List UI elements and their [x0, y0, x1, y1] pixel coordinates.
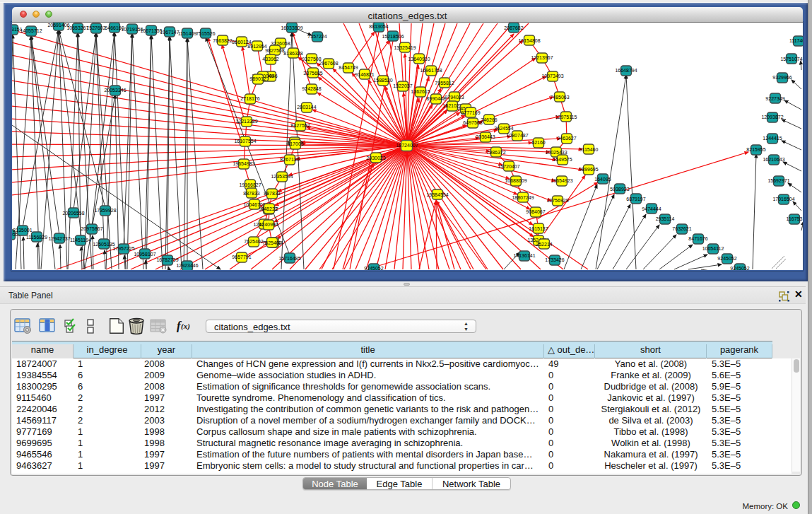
- svg-text:9463627: 9463627: [557, 136, 576, 141]
- svg-text:2718176: 2718176: [240, 96, 259, 101]
- svg-text:9227349: 9227349: [765, 96, 784, 101]
- svg-text:12975115: 12975115: [555, 115, 577, 119]
- svg-text:8471676: 8471676: [688, 236, 707, 241]
- svg-text:19166827: 19166827: [239, 182, 261, 187]
- svg-text:1117405: 1117405: [789, 38, 803, 43]
- svg-text:7986372: 7986372: [486, 150, 505, 155]
- svg-text:7485063: 7485063: [550, 95, 569, 100]
- svg-text:9794023: 9794023: [445, 95, 464, 100]
- svg-text:10654112: 10654112: [702, 246, 724, 251]
- svg-text:7357224: 7357224: [307, 34, 326, 39]
- svg-text:2930023: 2930023: [366, 156, 385, 160]
- svg-text:9245052: 9245052: [730, 266, 749, 270]
- svg-text:10958107: 10958107: [134, 252, 155, 257]
- svg-text:17016504: 17016504: [772, 197, 794, 201]
- svg-text:9245052: 9245052: [364, 266, 383, 270]
- svg-text:9115460: 9115460: [579, 147, 599, 152]
- svg-text:8186328: 8186328: [283, 51, 302, 56]
- svg-text:1549575: 1549575: [553, 157, 572, 162]
- svg-text:9657791: 9657791: [232, 255, 251, 259]
- svg-text:6497568: 6497568: [463, 120, 482, 125]
- svg-text:16648794: 16648794: [615, 68, 637, 73]
- svg-text:8454749: 8454749: [339, 65, 358, 70]
- svg-text:1322037: 1322037: [393, 83, 412, 88]
- svg-text:417006: 417006: [287, 141, 303, 146]
- svg-text:252214: 252214: [536, 242, 552, 247]
- svg-text:2967608: 2967608: [319, 61, 338, 66]
- svg-text:7625402: 7625402: [262, 240, 281, 245]
- svg-text:1588520: 1588520: [373, 78, 392, 83]
- svg-text:19654923: 19654923: [551, 178, 572, 183]
- svg-text:7625402: 7625402: [244, 239, 263, 244]
- svg-text:9329966: 9329966: [772, 75, 792, 80]
- svg-text:9084067: 9084067: [526, 209, 545, 214]
- svg-text:12213389: 12213389: [235, 119, 257, 124]
- svg-text:9146821: 9146821: [355, 72, 374, 77]
- svg-text:1527602: 1527602: [86, 25, 105, 30]
- svg-text:16033809: 16033809: [281, 25, 302, 30]
- svg-text:1362615: 1362615: [411, 89, 430, 94]
- svg-text:2935114: 2935114: [656, 216, 675, 221]
- svg-text:8267130: 8267130: [280, 157, 299, 162]
- svg-text:10653267: 10653267: [66, 25, 88, 30]
- svg-text:19384554: 19384554: [426, 192, 448, 197]
- svg-text:20206558: 20206558: [62, 211, 84, 216]
- svg-text:13640910: 13640910: [408, 57, 430, 62]
- svg-text:16671355: 16671355: [140, 28, 162, 33]
- svg-text:887833: 887833: [264, 191, 280, 196]
- svg-text:7663822: 7663822: [213, 38, 232, 43]
- svg-text:746266: 746266: [481, 117, 497, 122]
- svg-text:11156829: 11156829: [26, 235, 47, 240]
- svg-text:10807487: 10807487: [506, 133, 528, 138]
- svg-text:1244415: 1244415: [763, 136, 782, 141]
- svg-text:433962: 433962: [262, 57, 278, 62]
- svg-text:12505135: 12505135: [93, 242, 114, 247]
- svg-text:3624554: 3624554: [494, 126, 513, 131]
- svg-text:10025433: 10025433: [545, 150, 567, 155]
- svg-text:2803144: 2803144: [297, 105, 316, 110]
- svg-text:(x): (x): [181, 322, 190, 331]
- svg-text:62160: 62160: [531, 140, 546, 145]
- svg-text:14136141: 14136141: [513, 253, 535, 258]
- svg-text:12093872: 12093872: [761, 115, 783, 119]
- svg-text:17359928: 17359928: [94, 208, 116, 213]
- svg-text:8215955: 8215955: [746, 147, 765, 152]
- svg-text:16210643: 16210643: [763, 157, 784, 162]
- svg-text:15720407: 15720407: [498, 164, 519, 169]
- svg-text:1615137: 1615137: [529, 226, 548, 231]
- svg-text:948222: 948222: [261, 206, 277, 211]
- svg-text:1240994: 1240994: [259, 222, 278, 227]
- svg-text:164095: 164095: [594, 177, 611, 182]
- svg-text:10688609: 10688609: [505, 178, 526, 183]
- svg-text:116753: 116753: [787, 216, 803, 221]
- svg-text:2135001: 2135001: [13, 228, 32, 233]
- svg-text:7632621: 7632621: [672, 226, 691, 231]
- svg-text:989012: 989012: [249, 76, 266, 81]
- svg-text:8990448: 8990448: [426, 96, 445, 101]
- svg-text:1067147: 1067147: [160, 30, 179, 35]
- svg-text:15218506: 15218506: [382, 34, 404, 39]
- svg-text:10973493: 10973493: [541, 74, 563, 78]
- svg-text:1151409: 1151409: [178, 31, 197, 36]
- svg-text:7515526: 7515526: [196, 31, 215, 36]
- svg-text:19654983: 19654983: [233, 161, 254, 166]
- svg-text:10756928: 10756928: [546, 198, 568, 203]
- svg-text:13325419: 13325419: [394, 45, 416, 50]
- svg-text:20053346: 20053346: [104, 88, 126, 93]
- svg-text:12353594: 12353594: [271, 174, 293, 179]
- svg-text:9827508: 9827508: [265, 48, 284, 53]
- svg-text:3375685: 3375685: [303, 71, 322, 76]
- svg-text:2036443: 2036443: [476, 134, 495, 139]
- svg-text:14055712: 14055712: [20, 28, 42, 33]
- svg-text:12942737: 12942737: [48, 236, 70, 241]
- svg-text:6879197: 6879197: [626, 197, 645, 201]
- svg-text:15692971: 15692971: [767, 178, 789, 183]
- svg-text:8427552: 8427552: [290, 123, 310, 128]
- svg-text:16154808: 16154808: [518, 38, 540, 43]
- svg-text:9777169: 9777169: [461, 110, 480, 115]
- svg-text:887833: 887833: [243, 191, 259, 196]
- svg-text:1733426: 1733426: [545, 257, 564, 262]
- svg-text:2087682: 2087682: [504, 25, 523, 30]
- svg-text:20975867: 20975867: [81, 226, 102, 231]
- svg-text:17957225: 17957225: [112, 246, 134, 251]
